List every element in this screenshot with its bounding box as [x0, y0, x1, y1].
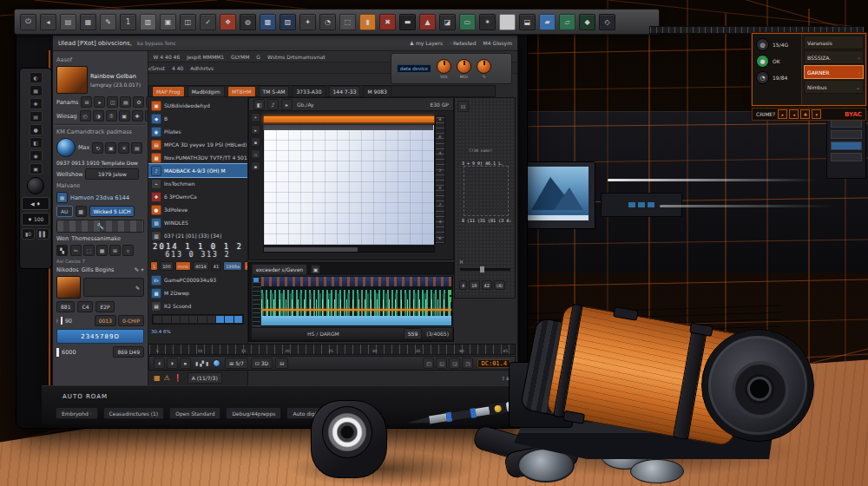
menu-item[interactable]: M4 Glosym — [483, 40, 512, 46]
footer-chip[interactable]: ▾ — [812, 109, 821, 119]
toolbar-icon[interactable]: ◇ — [599, 14, 615, 30]
footer-chip[interactable]: ◂ — [789, 109, 799, 119]
tree-item[interactable]: ▤ R2 Scsond — [148, 299, 247, 312]
panel-icon[interactable]: ⊞ — [109, 245, 121, 256]
toolbar-icon[interactable]: ⬚ — [339, 14, 356, 30]
toolbar-icon[interactable]: ▰ — [539, 14, 556, 30]
knob-pen[interactable]: ✎ — [477, 59, 491, 79]
mini-chip[interactable]: 41 — [211, 261, 221, 271]
status-icon[interactable]: ❗ — [174, 374, 182, 382]
bezel-button[interactable]: Embryohd · — [56, 407, 98, 419]
viewport-side-button[interactable]: ▫ — [251, 149, 260, 159]
status-icon[interactable]: ▦ — [154, 374, 161, 382]
timeline-ruler[interactable]: 51015202530354045 — [148, 344, 516, 355]
remote-button[interactable]: ✚ — [30, 98, 43, 109]
ribbed-strip[interactable]: 🔧 — [56, 220, 144, 233]
layout-toggle[interactable]: ◳ — [462, 358, 473, 369]
mini-thumb[interactable]: ▚ — [56, 245, 68, 256]
rotary-knob[interactable] — [477, 59, 491, 74]
tree-item[interactable]: 🗁 GamePC000934u93 — [148, 273, 247, 286]
menu-item[interactable]: · Retested — [450, 40, 476, 46]
menu-item[interactable]: 4 40 — [172, 65, 183, 71]
toolbar-icon[interactable]: ▦ — [80, 14, 96, 30]
tree-item[interactable]: ♪ MADBACK 4-9/3 (OH) M — [148, 164, 247, 177]
toolbar-icon[interactable]: ✖ — [379, 14, 396, 30]
waveform-label-chip[interactable]: exceeder s/Geven — [252, 264, 307, 275]
toolbar-icon[interactable]: ▮ — [359, 14, 376, 30]
viewport-scrollbar[interactable] — [263, 246, 435, 253]
remote-button[interactable]: ▦ — [30, 85, 43, 96]
toolbar-icon[interactable]: ▩ — [260, 14, 276, 30]
bezel-button[interactable]: Debug/44prepps — [226, 407, 281, 419]
remote-knob[interactable] — [27, 177, 44, 194]
menu-item[interactable]: Wstms Drtsmamsvnat — [267, 54, 326, 60]
value-chip[interactable]: 0013 — [95, 315, 116, 326]
mode-chip[interactable]: MTBHM — [227, 86, 256, 97]
panel-icon[interactable]: ⬚ — [83, 245, 95, 256]
waveform-display[interactable] — [252, 275, 454, 327]
toolbar-icon[interactable]: ⏻ — [20, 14, 36, 30]
stats-chip[interactable]: 42 — [482, 280, 492, 290]
toolbar-icon[interactable]: ◫ — [180, 14, 196, 30]
mini-chip[interactable]: 4014 — [193, 261, 209, 271]
toolbar-icon[interactable]: ▤ — [60, 14, 76, 30]
toolbar-icon[interactable]: ▲ — [419, 14, 436, 30]
material-tool-icon[interactable]: ▣ — [105, 142, 116, 154]
remote-button[interactable]: ◧ — [30, 137, 43, 148]
transport-chip[interactable]: ⊟ — [275, 358, 288, 369]
knob-mol[interactable]: MOL — [457, 59, 471, 79]
primary-blue-button[interactable]: 2345789D — [56, 329, 144, 344]
wicked-chip[interactable]: Wicked 5 LICH — [89, 206, 135, 217]
slider-handle[interactable] — [61, 317, 62, 325]
toolbar-icon[interactable]: 1 — [120, 14, 136, 30]
value-chip[interactable]: E2P — [95, 301, 114, 312]
tree-item[interactable]: ▦ Nov.PUMATH3DV TVTF/TT 4 5017 — [148, 151, 247, 164]
tree-item[interactable]: ▧ WINDLES — [148, 216, 247, 229]
tree-item[interactable]: ✚ 6 3POemrCa — [148, 190, 247, 203]
panel-icon[interactable]: ⑦ — [106, 110, 117, 122]
remote-button[interactable]: ▣ — [30, 163, 43, 174]
au-chip[interactable]: AU — [56, 206, 73, 217]
toolbar-icon[interactable]: ⬓ — [519, 14, 536, 30]
value-chip[interactable]: C4 — [77, 301, 93, 312]
mode-chip[interactable]: 144 7-33 — [329, 86, 361, 97]
transport-chip[interactable]: ⊡ 3D — [251, 358, 273, 369]
panel-icon[interactable]: ✚ — [132, 110, 143, 122]
transport-button[interactable]: ⏴ — [154, 358, 165, 369]
status-chip[interactable]: A (11/7/3) — [187, 372, 222, 384]
stats-chip[interactable]: 4 — [459, 280, 467, 290]
tree-item[interactable]: ⌁ InsTochmen — [148, 177, 247, 190]
viewport-tool-icon[interactable]: ♪ — [267, 99, 279, 110]
tree-item[interactable]: ◉ Pilates — [148, 125, 247, 138]
panel-icon[interactable]: ✂ — [70, 245, 82, 256]
media-slot[interactable]: ✎ — [83, 278, 144, 297]
panel-list-item[interactable]: GARNER › — [804, 65, 864, 79]
material-sphere[interactable] — [56, 138, 76, 157]
panel-icon[interactable]: ⊞ — [81, 96, 92, 108]
toolbar-icon[interactable]: ✦ — [299, 14, 316, 30]
jalow-chip[interactable]: 1979 Jalow — [85, 168, 139, 180]
tree-item[interactable]: ▣ SUBdivideodehyd — [148, 99, 247, 112]
waveform-label-icon[interactable]: ▣ — [311, 265, 320, 274]
mini-chip[interactable]: 1998a — [223, 261, 242, 271]
toolbar-icon[interactable]: ▱ — [559, 14, 575, 30]
remote-button[interactable]: ◉ — [30, 150, 43, 161]
panel-icon[interactable]: ▸ — [94, 96, 105, 108]
viewport-side-button[interactable]: ▸ — [251, 125, 260, 135]
menu-item[interactable]: Adhhrtvs — [190, 65, 214, 71]
panel-icon[interactable]: ▦ — [96, 245, 108, 256]
toolbar-icon[interactable]: ▣ — [160, 14, 176, 30]
viewport-orange-header-bar[interactable] — [263, 115, 435, 123]
rotary-knob[interactable] — [457, 59, 471, 74]
stats-chip[interactable]: 18 — [469, 280, 479, 290]
toolbar-icon[interactable]: ▥ — [140, 14, 156, 30]
remote-small-button[interactable]: ▮0 — [22, 228, 35, 240]
panel-circle-icon[interactable]: ◍ — [756, 38, 769, 51]
knob-volume[interactable]: VOL — [437, 59, 451, 79]
remote-wide-button[interactable]: ♦ 100 — [22, 213, 49, 226]
tree-item[interactable]: ▥ 037 (21 [01] (33) [34] — [148, 229, 247, 242]
panel-icon-row[interactable]: ◔ 19/84 — [756, 71, 798, 84]
toolbar-icon[interactable]: ✶ — [479, 14, 496, 30]
viewport-tool-icon[interactable]: ◧ — [253, 99, 265, 110]
panel-list-item[interactable]: Nimbus ⌄ — [804, 80, 864, 94]
